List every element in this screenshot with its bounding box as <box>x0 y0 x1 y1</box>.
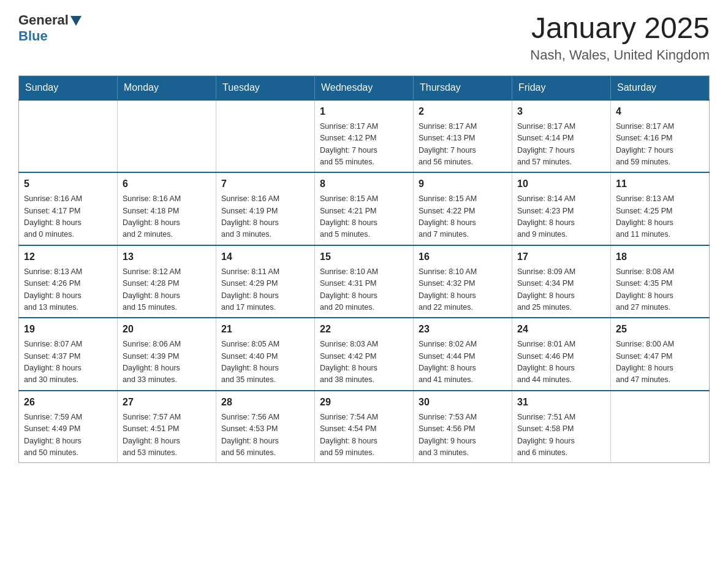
calendar-week-row: 5Sunrise: 8:16 AM Sunset: 4:17 PM Daylig… <box>19 172 710 245</box>
day-info: Sunrise: 8:08 AM Sunset: 4:35 PM Dayligh… <box>616 266 704 314</box>
calendar-cell: 1Sunrise: 8:17 AM Sunset: 4:12 PM Daylig… <box>315 100 414 173</box>
day-info: Sunrise: 7:54 AM Sunset: 4:54 PM Dayligh… <box>320 412 408 459</box>
day-number: 8 <box>320 177 408 191</box>
day-info: Sunrise: 8:14 AM Sunset: 4:23 PM Dayligh… <box>517 193 605 241</box>
day-info: Sunrise: 8:17 AM Sunset: 4:12 PM Dayligh… <box>320 121 408 169</box>
calendar-cell <box>118 100 216 173</box>
day-info: Sunrise: 8:01 AM Sunset: 4:46 PM Dayligh… <box>517 339 605 386</box>
calendar-cell: 22Sunrise: 8:03 AM Sunset: 4:42 PM Dayli… <box>315 318 414 391</box>
day-info: Sunrise: 8:17 AM Sunset: 4:14 PM Dayligh… <box>517 121 605 169</box>
day-number: 15 <box>320 250 408 264</box>
day-info: Sunrise: 8:10 AM Sunset: 4:32 PM Dayligh… <box>419 266 507 314</box>
calendar-cell: 13Sunrise: 8:12 AM Sunset: 4:28 PM Dayli… <box>118 245 216 318</box>
day-number: 17 <box>517 250 605 264</box>
calendar-cell: 23Sunrise: 8:02 AM Sunset: 4:44 PM Dayli… <box>414 318 512 391</box>
calendar-cell: 24Sunrise: 8:01 AM Sunset: 4:46 PM Dayli… <box>512 318 611 391</box>
day-number: 24 <box>517 322 605 337</box>
day-number: 21 <box>221 322 309 337</box>
day-info: Sunrise: 8:03 AM Sunset: 4:42 PM Dayligh… <box>320 339 408 386</box>
day-number: 23 <box>419 322 507 337</box>
weekday-header-saturday: Saturday <box>611 75 710 100</box>
day-info: Sunrise: 8:16 AM Sunset: 4:18 PM Dayligh… <box>123 193 211 241</box>
day-info: Sunrise: 7:53 AM Sunset: 4:56 PM Dayligh… <box>419 412 507 459</box>
day-info: Sunrise: 7:57 AM Sunset: 4:51 PM Dayligh… <box>123 412 211 459</box>
day-number: 16 <box>419 250 507 264</box>
day-info: Sunrise: 7:59 AM Sunset: 4:49 PM Dayligh… <box>24 412 112 459</box>
day-number: 30 <box>419 395 507 410</box>
weekday-header-monday: Monday <box>118 75 216 100</box>
calendar-cell: 15Sunrise: 8:10 AM Sunset: 4:31 PM Dayli… <box>315 245 414 318</box>
calendar-cell <box>19 100 118 173</box>
calendar-cell: 2Sunrise: 8:17 AM Sunset: 4:13 PM Daylig… <box>414 100 512 173</box>
calendar-cell: 17Sunrise: 8:09 AM Sunset: 4:34 PM Dayli… <box>512 245 611 318</box>
calendar-cell: 9Sunrise: 8:15 AM Sunset: 4:22 PM Daylig… <box>414 172 512 245</box>
day-info: Sunrise: 8:17 AM Sunset: 4:16 PM Dayligh… <box>616 121 704 169</box>
day-info: Sunrise: 8:13 AM Sunset: 4:26 PM Dayligh… <box>24 266 112 314</box>
calendar-cell: 30Sunrise: 7:53 AM Sunset: 4:56 PM Dayli… <box>414 391 512 463</box>
day-number: 12 <box>24 250 112 264</box>
day-number: 3 <box>517 104 605 119</box>
calendar-cell: 29Sunrise: 7:54 AM Sunset: 4:54 PM Dayli… <box>315 391 414 463</box>
calendar-cell: 19Sunrise: 8:07 AM Sunset: 4:37 PM Dayli… <box>19 318 118 391</box>
page-header: General Blue January 2025 Nash, Wales, U… <box>18 12 710 63</box>
calendar-cell: 8Sunrise: 8:15 AM Sunset: 4:21 PM Daylig… <box>315 172 414 245</box>
calendar-cell: 31Sunrise: 7:51 AM Sunset: 4:58 PM Dayli… <box>512 391 611 463</box>
day-number: 14 <box>221 250 309 264</box>
day-number: 13 <box>123 250 211 264</box>
day-number: 5 <box>24 177 112 191</box>
calendar-week-row: 12Sunrise: 8:13 AM Sunset: 4:26 PM Dayli… <box>19 245 710 318</box>
calendar-cell: 20Sunrise: 8:06 AM Sunset: 4:39 PM Dayli… <box>118 318 216 391</box>
day-number: 26 <box>24 395 112 410</box>
logo-general-text: General <box>18 12 69 28</box>
calendar-week-row: 19Sunrise: 8:07 AM Sunset: 4:37 PM Dayli… <box>19 318 710 391</box>
day-info: Sunrise: 8:10 AM Sunset: 4:31 PM Dayligh… <box>320 266 408 314</box>
calendar-cell: 27Sunrise: 7:57 AM Sunset: 4:51 PM Dayli… <box>118 391 216 463</box>
calendar-week-row: 1Sunrise: 8:17 AM Sunset: 4:12 PM Daylig… <box>19 100 710 173</box>
weekday-header-thursday: Thursday <box>414 75 512 100</box>
day-number: 18 <box>616 250 704 264</box>
day-number: 10 <box>517 177 605 191</box>
weekday-header-row: SundayMondayTuesdayWednesdayThursdayFrid… <box>19 75 710 100</box>
day-info: Sunrise: 8:11 AM Sunset: 4:29 PM Dayligh… <box>221 266 309 314</box>
calendar-week-row: 26Sunrise: 7:59 AM Sunset: 4:49 PM Dayli… <box>19 391 710 463</box>
day-number: 25 <box>616 322 704 337</box>
day-number: 27 <box>123 395 211 410</box>
day-info: Sunrise: 8:17 AM Sunset: 4:13 PM Dayligh… <box>419 121 507 169</box>
calendar-title: January 2025 <box>530 12 710 45</box>
day-number: 20 <box>123 322 211 337</box>
day-number: 22 <box>320 322 408 337</box>
day-number: 28 <box>221 395 309 410</box>
day-info: Sunrise: 7:51 AM Sunset: 4:58 PM Dayligh… <box>517 412 605 459</box>
day-number: 6 <box>123 177 211 191</box>
calendar-cell: 12Sunrise: 8:13 AM Sunset: 4:26 PM Dayli… <box>19 245 118 318</box>
calendar-cell: 14Sunrise: 8:11 AM Sunset: 4:29 PM Dayli… <box>216 245 315 318</box>
day-number: 1 <box>320 104 408 119</box>
calendar-cell <box>611 391 710 463</box>
day-info: Sunrise: 8:07 AM Sunset: 4:37 PM Dayligh… <box>24 339 112 386</box>
calendar-cell: 18Sunrise: 8:08 AM Sunset: 4:35 PM Dayli… <box>611 245 710 318</box>
day-info: Sunrise: 8:02 AM Sunset: 4:44 PM Dayligh… <box>419 339 507 386</box>
day-number: 11 <box>616 177 704 191</box>
calendar-cell: 7Sunrise: 8:16 AM Sunset: 4:19 PM Daylig… <box>216 172 315 245</box>
day-number: 2 <box>419 104 507 119</box>
calendar-cell: 6Sunrise: 8:16 AM Sunset: 4:18 PM Daylig… <box>118 172 216 245</box>
day-number: 7 <box>221 177 309 191</box>
day-info: Sunrise: 8:05 AM Sunset: 4:40 PM Dayligh… <box>221 339 309 386</box>
calendar-cell: 21Sunrise: 8:05 AM Sunset: 4:40 PM Dayli… <box>216 318 315 391</box>
day-number: 9 <box>419 177 507 191</box>
calendar-cell: 5Sunrise: 8:16 AM Sunset: 4:17 PM Daylig… <box>19 172 118 245</box>
logo: General Blue <box>18 12 82 44</box>
day-number: 31 <box>517 395 605 410</box>
calendar-subtitle: Nash, Wales, United Kingdom <box>530 47 710 63</box>
day-info: Sunrise: 8:00 AM Sunset: 4:47 PM Dayligh… <box>616 339 704 386</box>
day-info: Sunrise: 8:15 AM Sunset: 4:21 PM Dayligh… <box>320 193 408 241</box>
calendar-cell: 16Sunrise: 8:10 AM Sunset: 4:32 PM Dayli… <box>414 245 512 318</box>
day-number: 4 <box>616 104 704 119</box>
weekday-header-sunday: Sunday <box>19 75 118 100</box>
day-info: Sunrise: 8:06 AM Sunset: 4:39 PM Dayligh… <box>123 339 211 386</box>
logo-arrow-icon <box>70 16 82 26</box>
day-info: Sunrise: 8:15 AM Sunset: 4:22 PM Dayligh… <box>419 193 507 241</box>
calendar-cell: 25Sunrise: 8:00 AM Sunset: 4:47 PM Dayli… <box>611 318 710 391</box>
title-block: January 2025 Nash, Wales, United Kingdom <box>530 12 710 63</box>
day-info: Sunrise: 8:09 AM Sunset: 4:34 PM Dayligh… <box>517 266 605 314</box>
